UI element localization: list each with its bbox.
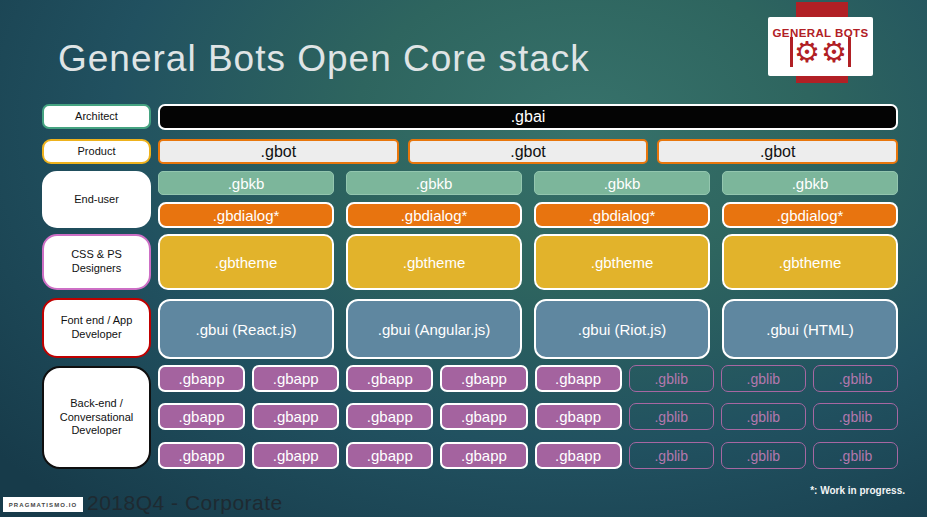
gear-icon: ⚙ [821, 37, 847, 67]
stack-box-gbdialog: .gbdialog* [722, 202, 898, 228]
row-gbapp-gblib-1: .gbapp .gbapp .gbapp .gbapp .gbapp .gbli… [158, 365, 898, 392]
row-gbdialog: .gbdialog* .gbdialog* .gbdialog* .gbdial… [158, 202, 898, 228]
stack-box-gblib: .gblib [629, 365, 714, 392]
gears-icon: ⚙⚙ [790, 37, 851, 67]
gear-bar-right [848, 37, 851, 67]
row-gbkb: .gbkb .gbkb .gbkb .gbkb [158, 171, 898, 195]
stack-box-gbkb: .gbkb [534, 171, 710, 195]
stack-box-gbui-react: .gbui (React.js) [158, 299, 334, 359]
stack-box-gbui-angular: .gbui (Angular.js) [346, 299, 522, 359]
stack-box-gbui-html: .gbui (HTML) [722, 299, 898, 359]
stack-box-gbapp: .gbapp [252, 365, 339, 392]
gear-icon: ⚙ [794, 37, 820, 67]
stack-box-gblib: .gblib [813, 365, 898, 392]
stack-box-gbtheme: .gbtheme [722, 234, 898, 290]
stack-box-gbtheme: .gbtheme [346, 234, 522, 290]
row-gbui: .gbui (React.js) .gbui (Angular.js) .gbu… [158, 299, 898, 359]
stack-box-gbui-riot: .gbui (Riot.js) [534, 299, 710, 359]
stack-box-gblib: .gblib [721, 403, 806, 430]
stack-box-gbkb: .gbkb [158, 171, 334, 195]
stack-box-gbkb: .gbkb [346, 171, 522, 195]
stack-box-gbai: .gbai [158, 104, 898, 130]
role-label-css-ps-designers: CSS & PS Designers [42, 234, 151, 290]
stack-box-gbapp: .gbapp [346, 365, 433, 392]
stack-box-gbapp: .gbapp [535, 442, 622, 469]
stack-box-gblib: .gblib [721, 365, 806, 392]
stack-box-gbapp: .gbapp [535, 403, 622, 430]
row-gbapp-gblib-2: .gbapp .gbapp .gbapp .gbapp .gbapp .gbli… [158, 403, 898, 430]
role-label-product: Product [42, 139, 151, 164]
stack-box-gbapp: .gbapp [535, 365, 622, 392]
stack-box-gbot: .gbot [158, 139, 399, 164]
stack-box-gbapp: .gbapp [440, 442, 527, 469]
stack-box-gbdialog: .gbdialog* [158, 202, 334, 228]
pragmatismo-brand-badge: PRAGMATISMO.IO [3, 497, 83, 512]
stack-box-gbot: .gbot [408, 139, 649, 164]
stack-box-gblib: .gblib [813, 403, 898, 430]
stack-box-gbapp: .gbapp [252, 403, 339, 430]
stack-box-gblib: .gblib [629, 403, 714, 430]
row-gbtheme: .gbtheme .gbtheme .gbtheme .gbtheme [158, 234, 898, 290]
stack-box-gbapp: .gbapp [440, 403, 527, 430]
role-label-end-user: End-user [42, 171, 151, 228]
slide: General Bots Open Core stack GENERAL BOT… [0, 0, 927, 517]
work-in-progress-note: *: Work in progress. [810, 485, 905, 496]
general-bots-logo: GENERAL BOTS ⚙⚙ [768, 17, 873, 76]
stack-box-gbtheme: .gbtheme [158, 234, 334, 290]
row-gbai: .gbai [158, 104, 898, 130]
role-label-front-end-app-developer: Font end / App Developer [42, 298, 151, 358]
row-gbot: .gbot .gbot .gbot [158, 139, 898, 164]
role-label-architect: Architect [42, 104, 151, 129]
stack-box-gbapp: .gbapp [158, 365, 245, 392]
slide-footer-info: 2018Q4 - Corporate [87, 491, 283, 515]
stack-box-gbdialog: .gbdialog* [346, 202, 522, 228]
stack-box-gblib: .gblib [721, 442, 806, 469]
stack-box-gbapp: .gbapp [346, 403, 433, 430]
stack-box-gbapp: .gbapp [440, 365, 527, 392]
stack-box-gblib: .gblib [813, 442, 898, 469]
row-gbapp-gblib-3: .gbapp .gbapp .gbapp .gbapp .gbapp .gbli… [158, 442, 898, 469]
stack-box-gbtheme: .gbtheme [534, 234, 710, 290]
stack-box-gbapp: .gbapp [252, 442, 339, 469]
stack-box-gbapp: .gbapp [158, 442, 245, 469]
stack-box-gbapp: .gbapp [346, 442, 433, 469]
stack-box-gbkb: .gbkb [722, 171, 898, 195]
stack-box-gbot: .gbot [657, 139, 898, 164]
stack-box-gbdialog: .gbdialog* [534, 202, 710, 228]
page-title: General Bots Open Core stack [58, 38, 778, 80]
role-label-back-end-conversational-developer: Back-end / Conversational Developer [42, 366, 151, 469]
stack-box-gblib: .gblib [629, 442, 714, 469]
stack-box-gbapp: .gbapp [158, 403, 245, 430]
gear-bar-left [790, 37, 793, 67]
